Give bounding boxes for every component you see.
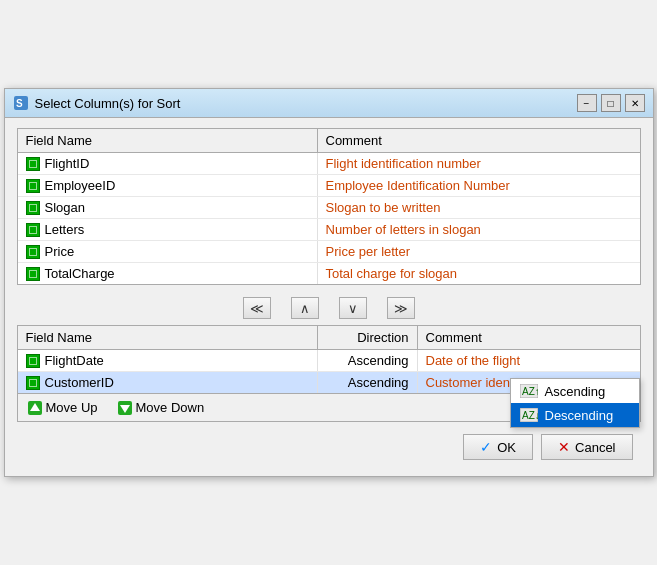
field-name: Slogan <box>45 200 85 215</box>
comment-cell: Employee Identification Number <box>318 175 640 196</box>
comment-cell: Date of the flight <box>418 350 640 371</box>
move-to-bottom-button[interactable]: ≫ <box>387 297 415 319</box>
table-row[interactable]: EmployeeID Employee Identification Numbe… <box>18 175 640 197</box>
top-table-body: FlightID Flight identification number Em… <box>18 153 640 284</box>
close-button[interactable]: ✕ <box>625 94 645 112</box>
table-row[interactable]: TotalCharge Total charge for slogan <box>18 263 640 284</box>
window-title: Select Column(s) for Sort <box>35 96 181 111</box>
bottom-col-comment-header: Comment <box>418 326 640 349</box>
field-name: Letters <box>45 222 85 237</box>
top-col-field-header: Field Name <box>18 129 318 152</box>
direction-cell: Ascending <box>318 350 418 371</box>
table-icon <box>26 157 40 171</box>
move-up-action-button[interactable]: Move Up <box>28 400 98 415</box>
bottom-col-direction-header: Direction <box>318 326 418 349</box>
field-name: FlightDate <box>45 353 104 368</box>
ok-button[interactable]: ✓ OK <box>463 434 533 460</box>
footer: ✓ OK ✕ Cancel <box>17 428 641 466</box>
direction-dropdown: AZ↑ Ascending AZ↓ Descending <box>510 378 640 428</box>
top-table-header: Field Name Comment <box>18 129 640 153</box>
descending-option[interactable]: AZ↓ Descending <box>511 403 639 427</box>
field-cell: Letters <box>18 219 318 240</box>
table-row[interactable]: Letters Number of letters in slogan <box>18 219 640 241</box>
ok-label: OK <box>497 440 516 455</box>
table-icon <box>26 179 40 193</box>
move-to-top-button[interactable]: ≪ <box>243 297 271 319</box>
main-window: S Select Column(s) for Sort − □ ✕ Field … <box>4 88 654 477</box>
field-cell: Slogan <box>18 197 318 218</box>
field-name: FlightID <box>45 156 90 171</box>
svg-text:S: S <box>16 98 23 109</box>
table-icon <box>26 354 40 368</box>
table-icon <box>26 201 40 215</box>
field-cell: FlightID <box>18 153 318 174</box>
table-icon <box>26 267 40 281</box>
ascending-icon: AZ↑ <box>519 383 539 399</box>
cancel-icon: ✕ <box>558 439 570 455</box>
comment-cell: Slogan to be written <box>318 197 640 218</box>
descending-icon: AZ↓ <box>519 407 539 423</box>
sort-controls: ≪ ∧ ∨ ≫ <box>17 291 641 325</box>
field-name: TotalCharge <box>45 266 115 281</box>
app-icon: S <box>13 95 29 111</box>
table-row[interactable]: Slogan Slogan to be written <box>18 197 640 219</box>
svg-text:AZ↑: AZ↑ <box>522 386 538 397</box>
bottom-col-field-header: Field Name <box>18 326 318 349</box>
move-down-button[interactable]: ∨ <box>339 297 367 319</box>
table-icon <box>26 376 40 390</box>
svg-text:AZ↓: AZ↓ <box>522 410 538 421</box>
comment-cell: Total charge for slogan <box>318 263 640 284</box>
table-row[interactable]: FlightID Flight identification number <box>18 153 640 175</box>
title-bar: S Select Column(s) for Sort − □ ✕ <box>5 89 653 118</box>
top-table-panel: Field Name Comment FlightID Flight ident… <box>17 128 641 285</box>
comment-cell: Price per letter <box>318 241 640 262</box>
field-name: EmployeeID <box>45 178 116 193</box>
cancel-button[interactable]: ✕ Cancel <box>541 434 632 460</box>
cancel-label: Cancel <box>575 440 615 455</box>
move-down-action-button[interactable]: Move Down <box>118 400 205 415</box>
move-up-label: Move Up <box>46 400 98 415</box>
move-up-button[interactable]: ∧ <box>291 297 319 319</box>
bottom-table-header: Field Name Direction Comment <box>18 326 640 350</box>
field-cell: TotalCharge <box>18 263 318 284</box>
table-row[interactable]: FlightDate Ascending Date of the flight <box>18 350 640 372</box>
table-row[interactable]: Price Price per letter <box>18 241 640 263</box>
field-cell: FlightDate <box>18 350 318 371</box>
comment-cell: Flight identification number <box>318 153 640 174</box>
title-controls: − □ ✕ <box>577 94 645 112</box>
ascending-option[interactable]: AZ↑ Ascending <box>511 379 639 403</box>
field-cell: Price <box>18 241 318 262</box>
field-cell: EmployeeID <box>18 175 318 196</box>
title-bar-left: S Select Column(s) for Sort <box>13 95 181 111</box>
content-area: Field Name Comment FlightID Flight ident… <box>5 118 653 476</box>
bottom-table-panel: Field Name Direction Comment FlightDate … <box>17 325 641 422</box>
field-name: Price <box>45 244 75 259</box>
table-icon <box>26 245 40 259</box>
direction-cell: Ascending <box>318 372 418 393</box>
field-name: CustomerID <box>45 375 114 390</box>
maximize-button[interactable]: □ <box>601 94 621 112</box>
minimize-button[interactable]: − <box>577 94 597 112</box>
ok-icon: ✓ <box>480 439 492 455</box>
move-up-icon <box>28 401 42 415</box>
ascending-label: Ascending <box>545 384 606 399</box>
field-cell: CustomerID <box>18 372 318 393</box>
move-down-icon <box>118 401 132 415</box>
descending-label: Descending <box>545 408 614 423</box>
comment-cell: Number of letters in slogan <box>318 219 640 240</box>
move-down-label: Move Down <box>136 400 205 415</box>
top-col-comment-header: Comment <box>318 129 640 152</box>
table-icon <box>26 223 40 237</box>
